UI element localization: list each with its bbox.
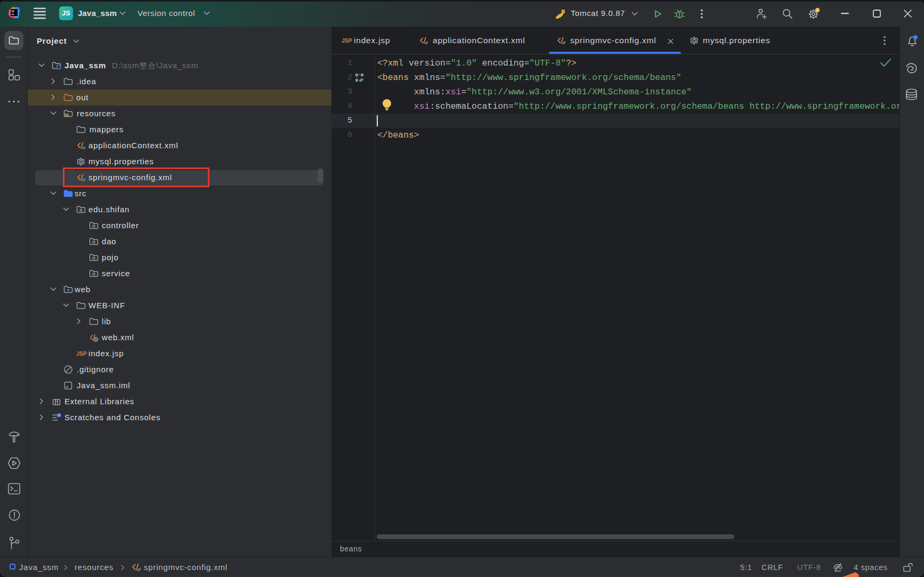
svg-text:IJ: IJ xyxy=(11,10,14,13)
